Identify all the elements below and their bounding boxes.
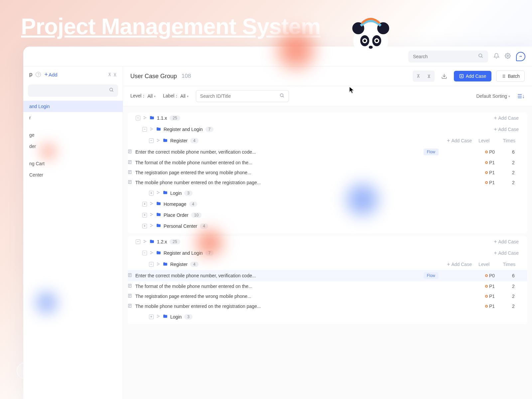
document-icon — [128, 149, 132, 155]
download-icon[interactable] — [439, 71, 449, 81]
document-icon — [128, 170, 132, 175]
toggle-icon[interactable]: − — [142, 127, 147, 132]
group-row[interactable]: − Register and Login 7 + Add Case — [128, 247, 527, 259]
add-group-button[interactable]: +Add — [44, 71, 57, 77]
toggle-icon[interactable]: − — [136, 239, 140, 244]
add-case-link[interactable]: + Add Case — [494, 250, 519, 256]
group-row[interactable]: + Login 3 — [128, 188, 527, 199]
label-filter[interactable]: Label： All ▾ — [163, 93, 189, 99]
count-badge: 7 — [205, 127, 214, 132]
case-title: The mobile phone number entered on the r… — [135, 304, 439, 309]
expand-all-icon[interactable]: ⊻ — [424, 71, 434, 81]
toggle-icon[interactable]: + — [149, 191, 154, 196]
gear-icon[interactable] — [505, 53, 511, 60]
toggle-icon[interactable]: − — [142, 251, 147, 255]
group-row[interactable]: − Register and Login 7 + Add Case — [128, 124, 527, 135]
toggle-icon[interactable]: − — [136, 116, 140, 120]
case-search-input[interactable] — [200, 93, 280, 99]
svg-point-65 — [144, 242, 144, 243]
group-row[interactable]: − Register 4 + Add CaseLevelTimes — [128, 259, 527, 270]
case-row[interactable]: The registration page entered the wrong … — [128, 168, 527, 178]
expand-all-icon[interactable]: ⊻ — [113, 72, 117, 77]
sidebar-item[interactable]: ng Cart — [23, 158, 123, 169]
add-case-link[interactable]: + Add Case — [447, 261, 472, 267]
svg-line-26 — [283, 96, 284, 97]
add-case-link[interactable]: + Add Case — [494, 115, 519, 121]
group-name: Login — [170, 191, 182, 196]
case-search[interactable] — [196, 90, 289, 102]
svg-point-31 — [150, 130, 151, 130]
sidebar-item[interactable]: Center — [23, 169, 123, 181]
batch-button[interactable]: Batch — [496, 70, 525, 82]
toggle-icon[interactable]: − — [149, 138, 154, 143]
group-row[interactable]: + Homepage 4 — [128, 199, 527, 209]
times-cell: 2 — [507, 304, 520, 309]
count-badge: 25 — [170, 115, 180, 121]
add-case-link[interactable]: + Add Case — [447, 138, 472, 144]
group-row[interactable]: + Login 3 — [128, 311, 527, 322]
toggle-icon[interactable]: + — [142, 224, 147, 228]
svg-point-8 — [375, 40, 378, 42]
svg-point-59 — [150, 215, 151, 216]
priority-dot-icon — [485, 305, 488, 308]
add-case-link[interactable]: + Add Case — [494, 126, 519, 132]
folder-icon — [150, 115, 154, 121]
times-cell: 2 — [507, 294, 520, 299]
group-row[interactable]: − Register 4 + Add CaseLevelTimes — [128, 135, 527, 146]
priority-dot-icon — [485, 181, 488, 184]
document-icon — [128, 160, 132, 165]
sidebar-item[interactable]: and Login — [23, 101, 123, 112]
sidebar-item[interactable]: r — [23, 112, 123, 123]
svg-point-63 — [152, 225, 153, 226]
case-row[interactable]: Enter the correct mobile phone number, v… — [128, 146, 527, 158]
group-row[interactable]: + Place Order 10 — [128, 209, 527, 220]
group-row[interactable]: − 1.1.x 25 + Add Case — [128, 112, 527, 124]
chat-icon[interactable]: •• — [516, 52, 525, 61]
svg-point-34 — [157, 141, 158, 142]
svg-point-7 — [363, 40, 366, 42]
case-row[interactable]: The registration page entered the wrong … — [128, 291, 527, 301]
case-row[interactable]: Enter the correct mobile phone number, v… — [128, 270, 527, 281]
svg-point-61 — [150, 224, 151, 225]
count-badge: 10 — [191, 212, 201, 218]
add-case-link[interactable]: + Add Case — [494, 239, 519, 245]
toggle-icon[interactable]: + — [142, 202, 147, 206]
case-row[interactable]: The format of the mobile phone number en… — [128, 281, 527, 291]
group-row[interactable]: + Personal Center 4 — [128, 220, 527, 231]
case-row[interactable]: The format of the mobile phone number en… — [128, 158, 527, 168]
sidebar-item[interactable]: ge — [23, 129, 123, 141]
sidebar-item[interactable] — [23, 152, 123, 158]
toggle-icon[interactable]: − — [149, 262, 154, 267]
sidebar-search[interactable] — [28, 84, 118, 97]
sidebar-title-suffix: p — [29, 71, 32, 78]
add-case-button[interactable]: Add Case — [454, 71, 491, 81]
sidebar-item[interactable] — [23, 123, 123, 129]
svg-point-90 — [157, 317, 158, 318]
collapse-all-icon[interactable]: ⊼ — [108, 72, 111, 77]
svg-point-70 — [157, 263, 158, 263]
level-filter[interactable]: Level： All ▾ — [130, 93, 156, 99]
case-row[interactable]: The mobile phone number entered on the r… — [128, 178, 527, 188]
search-input[interactable] — [413, 54, 475, 59]
collapse-all-icon[interactable]: ⊼ — [413, 71, 423, 81]
help-icon[interactable]: ? — [36, 72, 41, 77]
document-icon — [128, 304, 132, 309]
sort-icon[interactable]: ☰↓ — [517, 93, 525, 99]
svg-point-58 — [150, 213, 151, 214]
folder-icon — [163, 138, 168, 144]
sidebar-item[interactable]: der — [23, 141, 123, 152]
svg-point-25 — [280, 94, 283, 97]
bell-icon[interactable] — [493, 53, 499, 60]
svg-point-30 — [150, 128, 151, 128]
case-list[interactable]: − 1.1.x 25 + Add Case − Register and Log… — [123, 106, 532, 399]
case-row[interactable]: The mobile phone number entered on the r… — [128, 301, 527, 311]
sort-dropdown[interactable]: Default Sorting ▾ — [476, 93, 510, 99]
document-icon — [128, 294, 132, 299]
group-row[interactable]: − 1.2.x 25 + Add Case — [128, 236, 527, 247]
global-search[interactable] — [408, 51, 488, 63]
toggle-icon[interactable]: + — [142, 213, 147, 217]
sidebar-search-input[interactable] — [32, 88, 109, 93]
toggle-icon[interactable]: + — [149, 315, 154, 319]
decorative-blob — [33, 289, 60, 316]
svg-point-67 — [150, 251, 151, 252]
